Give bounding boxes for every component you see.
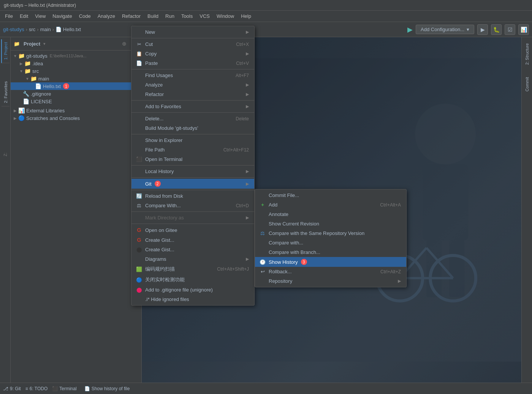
svg-point-1 — [415, 104, 476, 164]
tree-item-main[interactable]: ▼ 📁 main — [11, 75, 141, 82]
sidebar-tab-project[interactable]: 1: Project — [1, 39, 10, 63]
git-rollback-shortcut: Ctrl+Alt+Z — [380, 269, 401, 274]
ctx-new[interactable]: New ▶ — [131, 27, 254, 37]
ctx-realtime-detect[interactable]: 🔵 关闭实时检测功能 — [131, 274, 254, 285]
run-icon[interactable]: ▶ — [407, 25, 413, 34]
ctx-paste[interactable]: 📄 Paste Ctrl+V — [131, 58, 254, 68]
ctx-create-gist1[interactable]: G Create Gist... — [131, 235, 254, 245]
git-show-history[interactable]: 🕐 Show History 3 — [255, 257, 406, 267]
tree-item-scratches[interactable]: ▶ 🔵 Scratches and Consoles — [11, 114, 141, 122]
ctx-add-gitignore[interactable]: ⬤ Add to .gitignore file (unignore) — [131, 285, 254, 295]
tree-item-root[interactable]: ▼ 📁 git-studys E:\beifen111\Java... — [11, 52, 141, 60]
status-show-history[interactable]: 📄 Show history of file — [84, 386, 130, 391]
sidebar-tab-favorites[interactable]: 2: Favorites — [1, 78, 10, 106]
ctx-reload-icon: 🔄 — [135, 193, 143, 199]
tree-item-src[interactable]: ▼ 📁 src — [11, 67, 141, 75]
toolbar-debug-btn[interactable]: 🐛 — [491, 24, 502, 35]
breadcrumb-file[interactable]: 📄 Hello.txt — [55, 27, 81, 32]
git-rollback-label: Rollback... — [269, 269, 292, 274]
ctx-terminal-icon: ⬛ — [135, 156, 143, 162]
menu-file[interactable]: File — [2, 12, 16, 20]
add-configuration-button[interactable]: Add Configuration... ▾ — [416, 25, 474, 34]
toolbar-coverage-btn[interactable]: ☑ — [505, 24, 515, 35]
left-sidebar: 1: Project 2: Favorites Z: — [0, 37, 11, 383]
ctx-copy[interactable]: 📋 Copy ▶ — [131, 49, 254, 58]
git-compare-with[interactable]: Compare with... — [255, 238, 406, 247]
project-title: Project — [24, 41, 40, 47]
breadcrumb-project[interactable]: git-studys — [3, 27, 24, 32]
tree-arrow-src: ▼ — [18, 69, 24, 73]
git-submenu: Commit File... + Add Ctrl+Alt+A Annotate… — [255, 189, 407, 287]
menu-build[interactable]: Build — [144, 12, 162, 20]
ctx-create-gist2[interactable]: ⬤ Create Gist... — [131, 245, 254, 254]
menu-navigate[interactable]: Navigate — [49, 12, 75, 20]
git-compare-repo[interactable]: ⚖ Compare with the Same Repository Versi… — [255, 229, 406, 238]
ctx-refactor-arrow: ▶ — [246, 92, 249, 97]
menu-tools[interactable]: Tools — [178, 12, 196, 20]
ctx-refactor[interactable]: Refactor ▶ — [131, 90, 254, 99]
tree-arrow-root: ▼ — [12, 54, 18, 58]
tree-item-idea[interactable]: ▶ 📁 .idea — [11, 60, 141, 67]
toolbar-profile-btn[interactable]: 📊 — [518, 24, 529, 35]
tree-item-external-libs[interactable]: ▶ 📊 External Libraries — [11, 107, 141, 114]
svg-rect-4 — [449, 240, 464, 297]
show-history-label: Show history of file — [92, 386, 130, 391]
status-terminal[interactable]: ⬛ Terminal — [52, 386, 76, 391]
git-annotate[interactable]: Annotate — [255, 210, 406, 219]
tree-arrow-idea: ▶ — [18, 61, 24, 66]
menu-run[interactable]: Run — [162, 12, 177, 20]
ctx-code-convention[interactable]: 🟩 编码规约扫描 Ctrl+Alt+Shift+J — [131, 264, 254, 274]
toolbar-run-btn[interactable]: ▶ — [477, 24, 488, 35]
ctx-analyze[interactable]: Analyze ▶ — [131, 80, 254, 90]
tree-item-gitignore[interactable]: 🔧 .gitignore — [11, 90, 141, 98]
idea-folder-icon: 📁 — [24, 60, 31, 66]
ctx-local-history[interactable]: Local History ▶ — [131, 167, 254, 176]
ctx-find-usages[interactable]: Find Usages Alt+F7 — [131, 71, 254, 80]
ctx-build-module[interactable]: Build Module 'git-studys' — [131, 123, 254, 133]
project-locate-btn[interactable]: ⊕ — [120, 39, 128, 48]
menu-help[interactable]: Help — [238, 12, 254, 20]
ctx-mark-label: Mark Directory as — [145, 215, 184, 221]
menu-refactor[interactable]: Refactor — [119, 12, 144, 20]
ctx-compare-with[interactable]: ⚖ Compare With... Ctrl+D — [131, 201, 254, 210]
tree-item-license[interactable]: 📄 LICENSE — [11, 98, 141, 105]
tree-item-hello[interactable]: 📄 Hello.txt 1 — [11, 82, 141, 90]
ctx-add-favorites[interactable]: Add to Favorites ▶ — [131, 102, 254, 111]
ctx-cut[interactable]: ✂ Cut Ctrl+X — [131, 39, 254, 49]
menu-edit[interactable]: Edit — [17, 12, 31, 20]
gitignore-icon: 🔧 — [23, 91, 29, 97]
right-tab-commit[interactable]: Commit — [523, 75, 531, 94]
tree-gitignore-label: .gitignore — [31, 91, 51, 97]
right-tab-structure[interactable]: 2: Structure — [523, 41, 531, 67]
ctx-git[interactable]: Git 2 ▶ — [131, 179, 254, 189]
menu-analyze[interactable]: Analyze — [95, 12, 118, 20]
git-repository-arrow: ▶ — [398, 279, 401, 284]
ctx-hide-ignored[interactable]: .i* Hide ignored files — [131, 295, 254, 304]
ctx-mark-directory[interactable]: Mark Directory as ▶ — [131, 213, 254, 222]
status-git[interactable]: ⎇ 9: Git — [3, 386, 21, 391]
ctx-reload-disk[interactable]: 🔄 Reload from Disk — [131, 191, 254, 201]
git-compare-branch[interactable]: Compare with Branch... — [255, 247, 406, 257]
git-add[interactable]: + Add Ctrl+Alt+A — [255, 200, 406, 210]
project-dropdown-arrow[interactable]: ▾ — [43, 41, 46, 46]
ctx-open-terminal[interactable]: ⬛ Open in Terminal — [131, 154, 254, 164]
git-compare-repo-icon: ⚖ — [259, 230, 266, 236]
git-rollback[interactable]: ↩ Rollback... Ctrl+Alt+Z — [255, 267, 406, 276]
ctx-delete[interactable]: Delete... Delete — [131, 114, 254, 123]
status-terminal-label: Terminal — [59, 386, 76, 391]
menu-vcs[interactable]: VCS — [196, 12, 213, 20]
git-repository[interactable]: Repository ▶ — [255, 276, 406, 286]
git-repository-label: Repository — [269, 278, 292, 284]
ctx-diagrams[interactable]: Diagrams ▶ — [131, 254, 254, 264]
breadcrumb-main[interactable]: main — [40, 27, 51, 32]
ctx-open-gitee[interactable]: G Open on Gitee — [131, 225, 254, 235]
menu-view[interactable]: View — [32, 12, 49, 20]
ctx-show-explorer[interactable]: Show in Explorer — [131, 136, 254, 145]
breadcrumb-src[interactable]: src — [29, 27, 35, 32]
git-show-current-revision[interactable]: Show Current Revision — [255, 219, 406, 229]
menu-window[interactable]: Window — [214, 12, 237, 20]
menu-code[interactable]: Code — [76, 12, 94, 20]
status-todo[interactable]: ≡ 6: TODO — [25, 386, 48, 391]
ctx-file-path[interactable]: File Path Ctrl+Alt+F12 — [131, 145, 254, 154]
git-commit-file[interactable]: Commit File... — [255, 191, 406, 200]
